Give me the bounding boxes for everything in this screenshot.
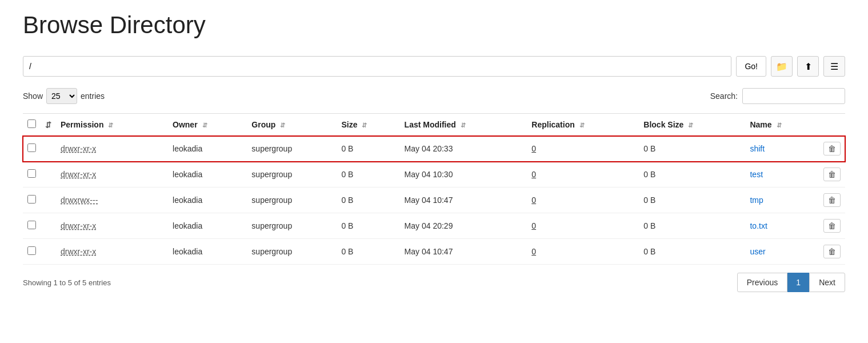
header-sort[interactable]: ⇵ xyxy=(41,114,56,136)
row-checkbox-cell xyxy=(23,239,41,265)
row-block-size: 0 B xyxy=(639,239,745,265)
header-replication[interactable]: Replication ⇵ xyxy=(527,114,639,136)
row-replication: 0 xyxy=(527,188,639,213)
header-owner[interactable]: Owner ⇵ xyxy=(168,114,247,136)
delete-button[interactable]: 🗑 xyxy=(823,142,841,155)
entries-select[interactable]: 10 25 50 100 xyxy=(46,88,77,104)
search-input[interactable] xyxy=(742,88,845,104)
row-permission: drwxr-xr-x xyxy=(56,213,168,239)
row-group: supergroup xyxy=(247,136,337,162)
row-block-size: 0 B xyxy=(639,188,745,213)
row-size: 0 B xyxy=(337,239,399,265)
row-last-modified: May 04 20:33 xyxy=(400,136,527,162)
select-all-checkbox[interactable] xyxy=(27,119,36,128)
search-box: Search: xyxy=(710,88,845,104)
list-icon: ☰ xyxy=(830,61,838,72)
row-sort-cell xyxy=(41,136,56,162)
permission-link[interactable]: drwxr-xr-x xyxy=(61,221,96,230)
row-permission: drwxr-xr-x xyxy=(56,136,168,162)
row-size: 0 B xyxy=(337,136,399,162)
replication-link[interactable]: 0 xyxy=(531,221,536,230)
row-delete-cell: 🗑 xyxy=(819,136,845,162)
delete-button[interactable]: 🗑 xyxy=(823,167,841,181)
permission-link[interactable]: drwxr-xr-x xyxy=(61,247,96,256)
permission-link[interactable]: drwxrwx--- xyxy=(61,196,98,205)
row-owner: leokadia xyxy=(168,239,247,265)
path-input[interactable] xyxy=(23,56,731,77)
row-checkbox[interactable] xyxy=(27,221,36,229)
table-row: drwxr-xr-x leokadia supergroup 0 B May 0… xyxy=(23,213,845,239)
header-last-modified[interactable]: Last Modified ⇵ xyxy=(400,114,527,136)
name-link[interactable]: shift xyxy=(750,144,765,153)
row-block-size: 0 B xyxy=(639,162,745,188)
row-group: supergroup xyxy=(247,213,337,239)
delete-button[interactable]: 🗑 xyxy=(823,245,841,258)
row-checkbox[interactable] xyxy=(27,143,36,152)
row-replication: 0 xyxy=(527,162,639,188)
list-button[interactable]: ☰ xyxy=(823,56,845,77)
row-owner: leokadia xyxy=(168,213,247,239)
row-checkbox[interactable] xyxy=(27,246,36,255)
name-sort-icon: ⇵ xyxy=(777,122,782,129)
next-button[interactable]: Next xyxy=(809,273,845,292)
row-last-modified: May 04 10:47 xyxy=(400,188,527,213)
upload-icon: ⬆ xyxy=(805,61,812,72)
delete-button[interactable]: 🗑 xyxy=(823,219,841,233)
search-label: Search: xyxy=(710,91,738,101)
row-last-modified: May 04 20:29 xyxy=(400,213,527,239)
row-replication: 0 xyxy=(527,213,639,239)
permission-sort-icon: ⇵ xyxy=(108,122,113,129)
header-group[interactable]: Group ⇵ xyxy=(247,114,337,136)
row-sort-cell xyxy=(41,239,56,265)
row-group: supergroup xyxy=(247,188,337,213)
row-replication: 0 xyxy=(527,239,639,265)
permission-link[interactable]: drwxr-xr-x xyxy=(61,170,96,179)
row-checkbox[interactable] xyxy=(27,169,36,178)
showing-text: Showing 1 to 5 of 5 entries xyxy=(23,278,111,287)
replication-link[interactable]: 0 xyxy=(531,170,536,179)
directory-table: ⇵ Permission ⇵ Owner ⇵ Group ⇵ Size ⇵ La… xyxy=(23,113,845,265)
replication-link[interactable]: 0 xyxy=(531,144,536,153)
name-link[interactable]: tmp xyxy=(750,196,763,205)
table-header: ⇵ Permission ⇵ Owner ⇵ Group ⇵ Size ⇵ La… xyxy=(23,114,845,136)
group-sort-icon: ⇵ xyxy=(280,122,285,129)
row-permission: drwxr-xr-x xyxy=(56,239,168,265)
replication-link[interactable]: 0 xyxy=(531,247,536,256)
row-delete-cell: 🗑 xyxy=(819,213,845,239)
row-permission: drwxr-xr-x xyxy=(56,162,168,188)
footer-row: Showing 1 to 5 of 5 entries Previous 1 N… xyxy=(23,273,845,292)
page-1-button[interactable]: 1 xyxy=(787,273,809,292)
row-checkbox-cell xyxy=(23,162,41,188)
pagination: Previous 1 Next xyxy=(737,273,845,292)
row-sort-cell xyxy=(41,162,56,188)
row-name: user xyxy=(745,239,819,265)
row-checkbox[interactable] xyxy=(27,195,36,204)
header-size[interactable]: Size ⇵ xyxy=(337,114,399,136)
previous-button[interactable]: Previous xyxy=(737,273,787,292)
row-name: tmp xyxy=(745,188,819,213)
name-link[interactable]: to.txt xyxy=(750,221,767,230)
row-last-modified: May 04 10:30 xyxy=(400,162,527,188)
name-link[interactable]: test xyxy=(750,170,763,179)
header-checkbox xyxy=(23,114,41,136)
go-button[interactable]: Go! xyxy=(736,56,766,77)
row-block-size: 0 B xyxy=(639,136,745,162)
page-title: Browse Directory xyxy=(23,11,845,39)
replication-sort-icon: ⇵ xyxy=(579,122,585,129)
row-delete-cell: 🗑 xyxy=(819,188,845,213)
upload-button[interactable]: ⬆ xyxy=(797,56,819,77)
row-size: 0 B xyxy=(337,188,399,213)
delete-button[interactable]: 🗑 xyxy=(823,193,841,207)
row-delete-cell: 🗑 xyxy=(819,162,845,188)
permission-link[interactable]: drwxr-xr-x xyxy=(61,144,96,153)
header-block-size[interactable]: Block Size ⇵ xyxy=(639,114,745,136)
table-body: drwxr-xr-x leokadia supergroup 0 B May 0… xyxy=(23,136,845,265)
replication-link[interactable]: 0 xyxy=(531,196,536,205)
header-permission[interactable]: Permission ⇵ xyxy=(56,114,168,136)
show-label: Show xyxy=(23,91,43,101)
sort-icon: ⇵ xyxy=(45,121,51,129)
name-link[interactable]: user xyxy=(750,247,765,256)
folder-button[interactable]: 📁 xyxy=(771,56,793,77)
row-name: test xyxy=(745,162,819,188)
header-name[interactable]: Name ⇵ xyxy=(745,114,819,136)
